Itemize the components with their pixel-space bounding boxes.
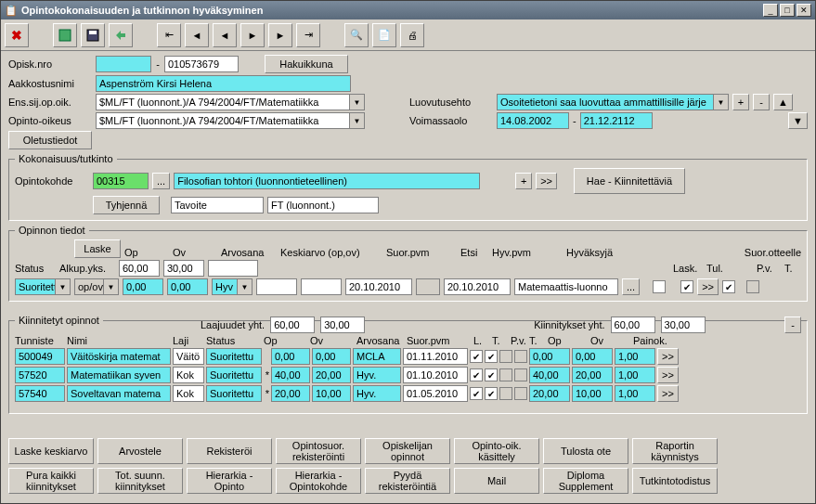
op-field1[interactable]: 60,00	[119, 260, 160, 277]
minus-button[interactable]: -	[753, 94, 770, 110]
action-button[interactable]: Diploma Supplement	[543, 468, 628, 494]
cell-pv-check[interactable]	[499, 350, 512, 363]
lask-check[interactable]	[653, 280, 666, 293]
action-button[interactable]: Pyydä rekisteröintiä	[365, 468, 450, 494]
row-next[interactable]: >>	[657, 367, 679, 383]
ov-field2[interactable]: 0,00	[167, 278, 208, 295]
voimassaolo-to[interactable]: 21.12.2112	[580, 112, 653, 129]
cell-tunniste[interactable]: 57520	[15, 367, 65, 383]
action-button[interactable]: Rekisteröi	[187, 438, 272, 464]
cell-ov2[interactable]: 0,00	[572, 348, 613, 365]
cell-op2[interactable]: 20,00	[529, 385, 570, 402]
nav-prev2-icon[interactable]: ◄	[213, 23, 237, 47]
kiinn-minus[interactable]: -	[784, 317, 801, 333]
cell-l-check[interactable]: ✔	[470, 368, 483, 381]
cell-t-check[interactable]: ✔	[485, 350, 498, 363]
action-button[interactable]: Tulosta ote	[543, 438, 628, 464]
action-button[interactable]: Opiskelijan opinnot	[365, 438, 450, 464]
hae-button[interactable]: Hae - Kiinnitettäviä	[574, 168, 685, 194]
laske-button[interactable]: Laske	[74, 239, 121, 258]
cell-pv-check[interactable]	[499, 368, 512, 381]
save-icon[interactable]	[53, 23, 77, 47]
ft-field[interactable]: FT (luonnont.)	[267, 197, 379, 213]
row-next[interactable]: >>	[657, 385, 679, 402]
voimassaolo-from[interactable]: 14.08.2002	[497, 112, 569, 129]
cell-l-check[interactable]: ✔	[470, 350, 483, 363]
kok-plus[interactable]: +	[515, 173, 532, 189]
nav-next2-icon[interactable]: ►	[240, 23, 265, 47]
cell-op[interactable]: 20,00	[271, 385, 310, 402]
chevron-down-icon[interactable]: ▼	[713, 95, 728, 110]
action-button[interactable]: Hierarkia - Opintokohde	[276, 468, 361, 494]
kok-next[interactable]: >>	[536, 173, 557, 189]
maximize-button[interactable]: □	[780, 4, 795, 17]
opisknro-value[interactable]: 010573679	[164, 56, 239, 72]
action-button[interactable]: Opinto-oik. käsittely	[454, 438, 539, 464]
luovutusehto-select[interactable]: Osoitetietoni saa luovuttaa ammattillisi…	[497, 94, 729, 110]
cell-pv-check[interactable]	[499, 387, 512, 400]
suorpvm-field[interactable]: 20.10.2010	[345, 278, 412, 295]
cell-painok[interactable]: 1,00	[615, 385, 655, 402]
action-button[interactable]: Pura kaikki kiinnitykset	[8, 468, 94, 494]
cell-arvosana[interactable]: Hyv.	[353, 367, 401, 383]
cell-ov2[interactable]: 20,00	[572, 367, 613, 383]
cell-arvosana[interactable]: Hyv.	[353, 385, 401, 402]
cell-ov[interactable]: 10,00	[312, 385, 351, 402]
status-select[interactable]: Suoritettu▼	[15, 278, 71, 295]
export-icon[interactable]	[109, 23, 133, 47]
cell-laji[interactable]: Kok	[173, 385, 204, 402]
cell-op2[interactable]: 40,00	[529, 367, 570, 383]
nav-first-icon[interactable]: ⇤	[157, 23, 181, 47]
cell-op[interactable]: 0,00	[271, 348, 310, 365]
opov-select[interactable]: op/ov▼	[74, 278, 119, 295]
hyvaksyja-browse[interactable]: ...	[622, 278, 640, 295]
etsi-field[interactable]	[416, 278, 440, 295]
cell-painok[interactable]: 1,00	[615, 348, 655, 365]
cell-painok[interactable]: 1,00	[615, 367, 655, 383]
opintokohde-browse[interactable]: ...	[152, 173, 170, 189]
tul-next[interactable]: >>	[697, 278, 719, 295]
close-button[interactable]: ✕	[797, 4, 811, 17]
cell-status[interactable]: Suoritettu	[206, 348, 262, 365]
opintokohde-code[interactable]: 00315	[93, 173, 149, 189]
cell-status[interactable]: Suoritettu	[206, 385, 262, 402]
cell-t2-check[interactable]	[514, 350, 527, 363]
cell-ov[interactable]: 20,00	[312, 367, 351, 383]
cell-nimi[interactable]: Matematiikan syven	[67, 367, 171, 383]
action-button[interactable]: Arvostele	[97, 438, 183, 464]
opinto-select[interactable]: $ML/FT (luonnont.)/A 794/2004/FT/Matemat…	[96, 112, 365, 129]
hakuikkuna-button[interactable]: Hakuikkuna	[265, 55, 348, 73]
print-icon[interactable]: 🖨	[400, 23, 424, 47]
ka-op[interactable]	[256, 278, 297, 295]
chevron-down-icon[interactable]: ▼	[349, 95, 364, 110]
cell-suorpvm[interactable]: 01.05.2010	[403, 385, 468, 402]
cancel-icon[interactable]: ✖	[5, 23, 29, 47]
action-button[interactable]: Tot. suunn. kiinnitykset	[97, 468, 183, 494]
doc-icon[interactable]: 📄	[372, 23, 396, 47]
tyhjenna-button[interactable]: Tyhjennä	[93, 196, 160, 214]
aakkostusnimi-field[interactable]: Aspenström Kirsi Helena	[96, 75, 351, 92]
hyvaksyja-field[interactable]: Matemaattis-luonno	[514, 278, 618, 295]
cell-status[interactable]: Suoritettu	[206, 367, 262, 383]
action-button[interactable]: Tutkintotodistus	[632, 468, 718, 494]
cell-arvosana[interactable]: MCLA	[353, 348, 401, 365]
up-button[interactable]: ▲	[773, 94, 793, 110]
ens-select[interactable]: $ML/FT (luonnont.)/A 794/2004/FT/Matemat…	[96, 94, 365, 110]
cell-op[interactable]: 40,00	[271, 367, 310, 383]
op-field2[interactable]: 0,00	[123, 278, 163, 295]
search-icon[interactable]: 🔍	[344, 23, 369, 47]
cell-ov[interactable]: 0,00	[312, 348, 351, 365]
cell-tunniste[interactable]: 500049	[15, 348, 65, 365]
down-button[interactable]: ▼	[788, 112, 808, 129]
cell-t2-check[interactable]	[514, 387, 527, 400]
chevron-down-icon[interactable]: ▼	[349, 113, 364, 128]
nav-next-icon[interactable]: ►	[268, 23, 292, 47]
cell-t-check[interactable]: ✔	[485, 368, 498, 381]
opintokohde-desc[interactable]: Filosofian tohtori (luonnontieteellinen)	[174, 173, 480, 189]
nav-last-icon[interactable]: ⇥	[296, 23, 320, 47]
disk-icon[interactable]	[81, 23, 105, 47]
cell-nimi[interactable]: Soveltavan matema	[67, 385, 171, 402]
arvosana-field1[interactable]	[208, 260, 258, 277]
cell-suorpvm[interactable]: 01.10.2010	[403, 367, 468, 383]
oletustiedot-button[interactable]: Oletustiedot	[8, 131, 92, 149]
